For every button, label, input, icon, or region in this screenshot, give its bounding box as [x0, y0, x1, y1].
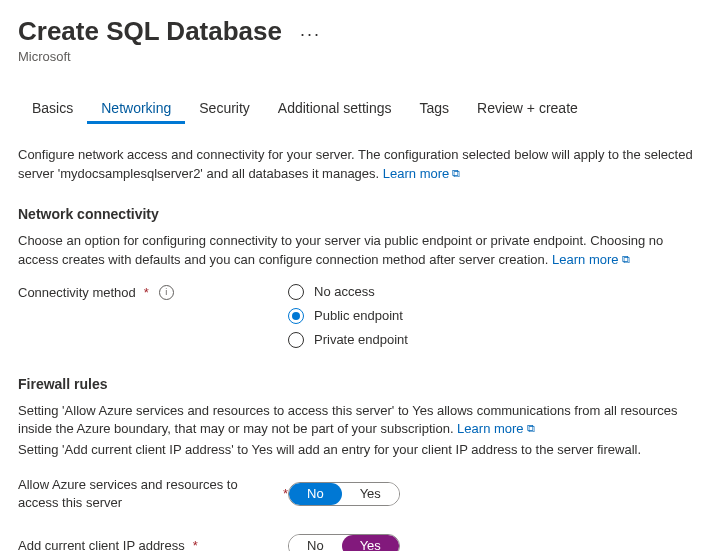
- firewall-desc1: Setting 'Allow Azure services and resour…: [18, 403, 678, 437]
- radio-icon: [288, 308, 304, 324]
- add-ip-yes[interactable]: Yes: [342, 535, 399, 551]
- firewall-desc2: Setting 'Add current client IP address' …: [18, 441, 704, 460]
- firewall-desc: Setting 'Allow Azure services and resour…: [18, 402, 704, 461]
- publisher-label: Microsoft: [18, 49, 704, 64]
- add-ip-no[interactable]: No: [289, 535, 342, 551]
- radio-icon: [288, 284, 304, 300]
- external-link-icon: ⧉: [452, 167, 460, 179]
- section-title-connectivity: Network connectivity: [18, 206, 704, 222]
- tab-networking[interactable]: Networking: [87, 92, 185, 124]
- radio-icon: [288, 332, 304, 348]
- networking-intro: Configure network access and connectivit…: [18, 146, 704, 184]
- required-indicator: *: [144, 284, 149, 302]
- allow-azure-toggle[interactable]: No Yes: [288, 482, 400, 506]
- tab-tags[interactable]: Tags: [405, 92, 463, 124]
- allow-azure-label: Allow Azure services and resources to ac…: [18, 476, 275, 512]
- connectivity-method-label: Connectivity method: [18, 284, 136, 302]
- radio-private-endpoint[interactable]: Private endpoint: [288, 332, 704, 348]
- radio-label: No access: [314, 284, 375, 299]
- learn-more-intro[interactable]: Learn more⧉: [383, 166, 460, 181]
- learn-more-connectivity[interactable]: Learn more⧉: [552, 252, 629, 267]
- radio-label: Private endpoint: [314, 332, 408, 347]
- external-link-icon: ⧉: [622, 253, 630, 265]
- networking-intro-text: Configure network access and connectivit…: [18, 147, 693, 181]
- more-actions-icon[interactable]: ···: [300, 24, 321, 45]
- radio-public-endpoint[interactable]: Public endpoint: [288, 308, 704, 324]
- radio-no-access[interactable]: No access: [288, 284, 704, 300]
- info-icon[interactable]: i: [159, 285, 174, 300]
- required-indicator: *: [193, 537, 198, 551]
- add-ip-label: Add current client IP address: [18, 537, 185, 551]
- allow-azure-no[interactable]: No: [289, 483, 342, 505]
- tab-basics[interactable]: Basics: [18, 92, 87, 124]
- connectivity-method-group: No accessPublic endpointPrivate endpoint: [288, 284, 704, 348]
- page-title: Create SQL Database: [18, 16, 282, 47]
- add-ip-toggle[interactable]: No Yes: [288, 534, 400, 551]
- radio-label: Public endpoint: [314, 308, 403, 323]
- tab-security[interactable]: Security: [185, 92, 264, 124]
- tab-bar: BasicsNetworkingSecurityAdditional setti…: [18, 92, 704, 124]
- external-link-icon: ⧉: [527, 422, 535, 434]
- allow-azure-yes[interactable]: Yes: [342, 483, 399, 505]
- section-title-firewall: Firewall rules: [18, 376, 704, 392]
- tab-review-create[interactable]: Review + create: [463, 92, 592, 124]
- tab-additional-settings[interactable]: Additional settings: [264, 92, 406, 124]
- learn-more-firewall[interactable]: Learn more⧉: [457, 421, 534, 436]
- connectivity-desc: Choose an option for configuring connect…: [18, 232, 704, 270]
